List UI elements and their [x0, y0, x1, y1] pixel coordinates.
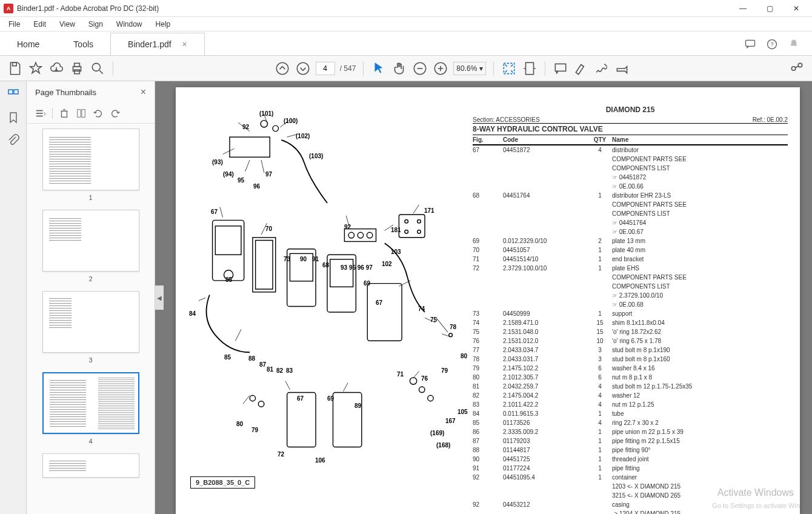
table-body: 67044518724distributorCOMPONENT PARTS SE… — [473, 145, 788, 514]
svg-rect-13 — [526, 62, 534, 75]
cloud-icon[interactable] — [48, 61, 64, 76]
thumbnail-page-5[interactable] — [42, 453, 139, 478]
thumb-rotate-cw-icon[interactable] — [110, 108, 121, 119]
svg-point-7 — [92, 63, 100, 71]
callout-number: 72 — [278, 451, 284, 458]
highlight-icon[interactable] — [573, 61, 589, 76]
thumbnail-panel: Page Thumbnails × 1 2 3 4 — [27, 81, 155, 514]
print-icon[interactable] — [69, 61, 85, 76]
share-icon[interactable] — [789, 61, 805, 76]
table-row: 68044517641distributor EHR 23-LS — [473, 191, 788, 200]
callout-number: 76 — [421, 375, 428, 382]
menu-sign[interactable]: Sign — [82, 19, 109, 30]
callout-number: 70 — [265, 225, 272, 232]
page-up-icon[interactable] — [275, 61, 290, 76]
chat-icon[interactable] — [744, 38, 756, 50]
attachment-tab-icon[interactable] — [6, 133, 21, 148]
callout-number: 67 — [297, 395, 304, 402]
thumbnail-page-2[interactable] — [42, 210, 139, 272]
diagram-id-label: 9_B2088_35_0_C — [190, 476, 255, 489]
bookmark-tab-icon[interactable] — [6, 110, 21, 125]
callout-number: 78 — [450, 324, 456, 330]
svg-rect-0 — [746, 40, 755, 46]
svg-rect-31 — [253, 238, 276, 292]
save-icon[interactable] — [7, 61, 23, 76]
sign-icon[interactable] — [594, 61, 610, 76]
table-row: 862.3335.009.21pipe union m 22 p.1.5 x 3… — [473, 427, 788, 436]
table-row: 762.1531.012.010'o' ring 6.75 x 1.78 — [473, 336, 788, 345]
menu-edit[interactable]: Edit — [27, 19, 52, 30]
svg-rect-21 — [36, 115, 43, 116]
bell-icon[interactable] — [788, 38, 800, 50]
stamp-icon[interactable] — [614, 61, 630, 76]
callout-number: 69 — [327, 395, 334, 402]
document-viewport[interactable]: ◀ — [155, 81, 812, 514]
tab-close-icon[interactable]: × — [182, 39, 187, 49]
search-icon[interactable] — [90, 61, 105, 76]
thumbnail-list[interactable]: 1 2 3 4 — [27, 124, 155, 514]
zoom-select[interactable]: 80.6%▾ — [453, 62, 486, 75]
hand-icon[interactable] — [391, 61, 407, 76]
pointer-icon[interactable] — [371, 61, 387, 76]
callout-number: 67 — [376, 299, 382, 306]
collapse-panel-icon[interactable]: ◀ — [155, 285, 164, 310]
table-row: COMPONENTS LIST — [473, 164, 788, 173]
svg-point-16 — [798, 63, 802, 67]
page-total-label: / 547 — [340, 64, 356, 73]
callout-number: 75 — [430, 316, 437, 323]
tab-document[interactable]: Binder1.pdf × — [110, 33, 205, 55]
tab-tools[interactable]: Tools — [56, 33, 110, 55]
thumbnail-page-3[interactable] — [42, 291, 139, 353]
fit-page-icon[interactable] — [501, 61, 517, 76]
callout-number: (102) — [296, 133, 310, 139]
zoom-in-icon[interactable] — [433, 61, 448, 76]
thumb-delete-icon[interactable] — [59, 108, 70, 119]
fit-width-icon[interactable] — [522, 61, 537, 76]
table-row: ☞ 04451872 — [473, 173, 788, 182]
window-title: Binder1.pdf - Adobe Acrobat Pro DC (32-b… — [17, 4, 159, 13]
menu-view[interactable]: View — [53, 19, 81, 30]
table-row: 91011772241pipe fitting — [473, 464, 788, 473]
zoom-out-icon[interactable] — [412, 61, 428, 76]
table-row: COMPONENTS LIST — [473, 282, 788, 291]
page-down-icon[interactable] — [295, 61, 311, 76]
toolbar: / 547 80.6%▾ — [0, 56, 812, 81]
callout-number: (93) — [212, 159, 223, 165]
close-button[interactable]: ✕ — [784, 1, 808, 16]
table-row: ☞ 04451764 — [473, 218, 788, 227]
maximize-button[interactable]: ▢ — [757, 1, 782, 16]
menu-window[interactable]: Window — [110, 19, 148, 30]
thumbnail-page-1[interactable] — [42, 128, 139, 190]
svg-point-52 — [428, 395, 433, 401]
svg-rect-14 — [556, 64, 566, 71]
menu-help[interactable]: Help — [150, 19, 177, 30]
thumb-insert-icon[interactable] — [76, 108, 87, 119]
callout-number: 95 — [238, 177, 244, 184]
svg-point-40 — [405, 230, 408, 234]
svg-rect-42 — [344, 229, 376, 242]
exploded-diagram: (101)92(100)(102)(103)(93)9597(94)966770… — [188, 105, 467, 496]
parts-table: DIAMOND 215 Section: ACCESSORIES Ref.: 0… — [467, 105, 788, 496]
thumbnail-page-4[interactable] — [42, 372, 139, 434]
thumb-rotate-ccw-icon[interactable] — [93, 108, 104, 119]
table-row: 85011735264ring 22.7 x 30 x 2 — [473, 418, 788, 427]
table-row: 722.3729.100.0/101plate EHS — [473, 264, 788, 273]
thumb-options-icon[interactable] — [35, 108, 46, 119]
star-icon[interactable] — [28, 61, 44, 76]
thumb-panel-close-icon[interactable]: × — [141, 87, 146, 98]
help-icon[interactable]: ? — [766, 38, 778, 50]
menu-file[interactable]: File — [2, 19, 26, 30]
menubar: File Edit View Sign Window Help — [0, 17, 812, 32]
callout-number: 105 — [458, 409, 468, 415]
tab-home[interactable]: Home — [0, 33, 56, 55]
window-controls: — ▢ ✕ — [731, 1, 808, 16]
comment-icon[interactable] — [553, 61, 568, 76]
page-number-input[interactable] — [316, 62, 335, 75]
svg-rect-25 — [230, 137, 270, 157]
minimize-button[interactable]: — — [731, 1, 755, 16]
thumbnails-tab-icon[interactable] — [6, 87, 21, 102]
callout-number: 67 — [211, 209, 218, 215]
table-row: ☞ 0E.00.66 — [473, 182, 788, 191]
callout-number: 103 — [391, 249, 401, 255]
table-row: COMPONENT PARTS SEE — [473, 273, 788, 282]
